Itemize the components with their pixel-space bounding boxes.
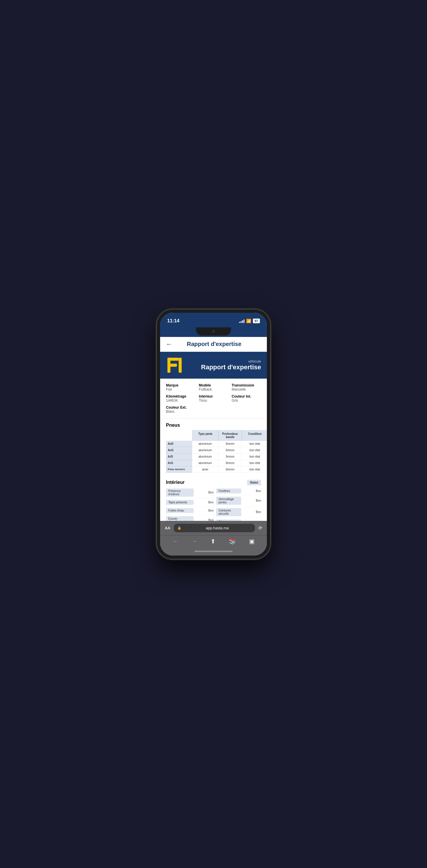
list-item: Verrouillage portes Bon: [216, 495, 261, 506]
tires-header-row: Type jante Profondeur bande Condition Di…: [166, 430, 261, 441]
tire-label-ard: ArD: [166, 454, 192, 460]
tabs-button[interactable]: ▣: [249, 538, 255, 545]
aa-button[interactable]: AA: [165, 526, 170, 530]
battery-indicator: 97: [253, 318, 260, 323]
list-item: Tapis présents Bon: [166, 498, 214, 506]
modele-item: Modèle Fullback: [199, 383, 228, 392]
interieur-title: Intérieur: [166, 480, 184, 485]
vehicle-info: Marque Fiat Modèle Fullback Transmission…: [160, 379, 267, 418]
content-area[interactable]: véhicule Rapport d'expertise Marque Fiat…: [160, 352, 267, 521]
interieur-label: Intérieur: [199, 394, 228, 398]
notch-area: [160, 327, 267, 337]
transmission-item: Transmission Manuelle: [232, 383, 261, 392]
vehicle-info-grid-2: Kilométrage 144634 Intérieur Tissu Coule…: [166, 394, 261, 403]
page-title: Rapport d'expertise: [176, 341, 252, 347]
table-row: ArD aluminium 3mmm bon état 205/80R16 Pi…: [166, 454, 261, 460]
couleur-int-label: Couleur Int.: [232, 394, 261, 398]
report-header: véhicule Rapport d'expertise: [160, 352, 267, 379]
modele-value: Fullback: [199, 388, 228, 392]
tires-header-condition: Condition: [242, 430, 267, 441]
interieur-item: Intérieur Tissu: [199, 394, 228, 403]
header-right: véhicule Rapport d'expertise: [187, 360, 261, 371]
status-time: 11:14: [167, 318, 179, 324]
report-header-title: Rapport d'expertise: [187, 364, 261, 371]
interior-left: Présence d'odeurs Bon Tapis présents Bon…: [166, 487, 214, 521]
table-row: AvD aluminium 3mmm bon état 205/80R16 Pi…: [166, 441, 261, 447]
transmission-label: Transmission: [232, 383, 261, 388]
svg-rect-2: [167, 364, 177, 366]
list-item: Présence d'odeurs Bon: [166, 487, 214, 498]
pneus-section: Pneus Type jante Profondeur bande Condit…: [160, 418, 267, 477]
marque-value: Fiat: [166, 388, 195, 392]
table-row: AvG aluminium 3mmm bon état 205/80R16 Pi…: [166, 447, 261, 454]
status-icons: 📶 97: [239, 318, 260, 323]
bookmarks-button[interactable]: 📚: [229, 538, 236, 545]
back-browser-button[interactable]: ←: [173, 538, 178, 545]
browser-toolbar: ← → ⬆ 📚 ▣: [160, 535, 267, 548]
interieur-value: Tissu: [199, 398, 228, 403]
phone-frame: 11:14 📶 97 ← Rapport: [156, 309, 271, 559]
modele-label: Modèle: [199, 383, 228, 388]
couleur-int-value: Gris: [232, 398, 261, 403]
status-bar: 11:14 📶 97: [160, 313, 267, 327]
wifi-icon: 📶: [246, 318, 251, 323]
lock-icon: 🔒: [177, 526, 181, 530]
url-bar[interactable]: 🔒 app.hasta.ma: [174, 524, 255, 532]
tire-label-arg: ArG: [166, 460, 192, 466]
couleur-ext-value: Blanc: [166, 409, 261, 413]
svg-rect-3: [179, 358, 182, 372]
svg-rect-1: [167, 358, 179, 361]
marque-item: Marque Fiat: [166, 383, 195, 392]
couleur-ext-item: Couleur Ext. Blanc: [166, 405, 261, 413]
notch: [196, 327, 231, 336]
home-bar: [195, 551, 232, 552]
vehicule-label: véhicule: [187, 360, 261, 364]
url-text: app.hasta.ma: [183, 526, 251, 530]
logo: [166, 356, 187, 374]
signal-icon: [239, 319, 245, 323]
list-item: Ceintures sécurité Bon: [216, 506, 261, 518]
couleur-int-item: Couleur Int. Gris: [232, 394, 261, 403]
back-button[interactable]: ←: [166, 340, 172, 348]
couleur-ext-label: Couleur Ext.: [166, 405, 261, 409]
kilometrage-label: Kilométrage: [166, 394, 195, 398]
tires-table: Type jante Profondeur bande Condition Di…: [160, 430, 267, 477]
vehicle-info-grid: Marque Fiat Modèle Fullback Transmission…: [166, 383, 261, 392]
tire-label-secours: Pneu secours: [166, 466, 192, 473]
phone-screen: 11:14 📶 97 ← Rapport: [160, 313, 267, 556]
tires-header-empty: [166, 430, 192, 441]
list-item: Essuie-glace/lave-glace Bon: [166, 515, 214, 521]
interieur-section: Intérieur Statut Présence d'odeurs Bon T…: [160, 477, 267, 521]
statut-badge: Statut: [247, 480, 261, 485]
home-indicator-area: [160, 548, 267, 556]
transmission-value: Manuelle: [232, 388, 261, 392]
table-row: ArG aluminium 3mmm bon état 205/80R16 Pi…: [166, 460, 261, 466]
kilometrage-item: Kilométrage 144634: [166, 394, 195, 403]
interior-right: Fenêtres Bon Verrouillage portes Bon Cei…: [214, 487, 261, 521]
tire-label-avd: AvD: [166, 441, 192, 447]
forward-browser-button[interactable]: →: [192, 538, 197, 545]
tires-header-type: Type jante: [192, 430, 219, 441]
table-row: Pneu secours acier 3mmm bon état 205/80R…: [166, 466, 261, 473]
camera-dot: [212, 330, 215, 333]
refresh-button[interactable]: ⟳: [258, 525, 262, 531]
list-item: Siège électrique Non-applicable: [216, 518, 261, 521]
browser-bar: AA 🔒 app.hasta.ma ⟳: [160, 521, 267, 535]
share-button[interactable]: ⬆: [210, 538, 216, 545]
list-item: Fenêtres Bon: [216, 487, 261, 495]
tire-label-avg: AvG: [166, 447, 192, 454]
list-item: Fuites d'eau Bon: [166, 506, 214, 515]
kilometrage-value: 144634: [166, 398, 195, 403]
interior-grid: Présence d'odeurs Bon Tapis présents Bon…: [166, 487, 261, 521]
tires-header-profondeur: Profondeur bande: [219, 430, 242, 441]
marque-label: Marque: [166, 383, 195, 388]
nav-header: ← Rapport d'expertise: [160, 337, 267, 352]
pneus-title: Pneus: [160, 418, 267, 430]
interior-header: Intérieur Statut: [166, 480, 261, 485]
